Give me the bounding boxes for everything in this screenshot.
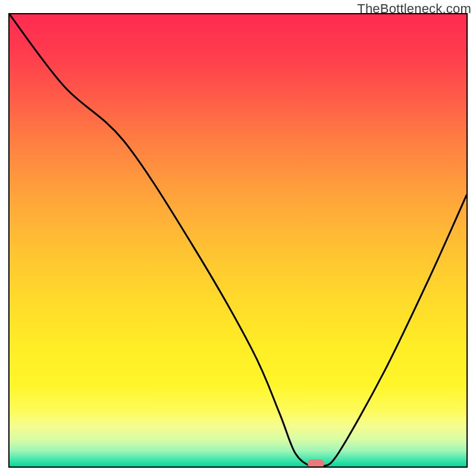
watermark-text: TheBottleneck.com bbox=[357, 1, 471, 17]
bottleneck-curve-path bbox=[10, 14, 466, 466]
bottleneck-chart: TheBottleneck.com bbox=[0, 0, 476, 476]
curve-svg bbox=[10, 14, 466, 466]
optimal-marker bbox=[308, 459, 324, 468]
plot-area bbox=[8, 13, 468, 468]
